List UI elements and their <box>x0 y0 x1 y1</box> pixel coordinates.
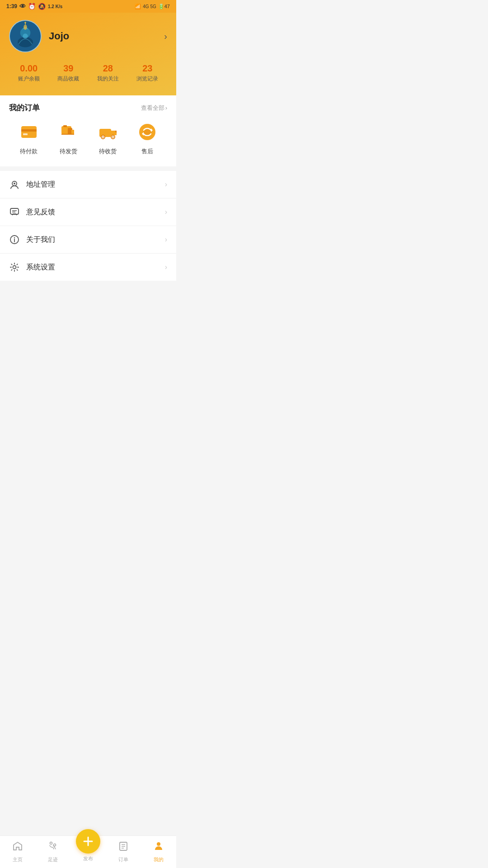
username: Jojo <box>49 30 69 42</box>
svg-rect-8 <box>21 129 37 132</box>
pending-payment-icon <box>17 120 41 144</box>
address-icon <box>9 179 20 190</box>
about-label: 关于我们 <box>26 235 55 245</box>
orders-header: 我的订单 查看全部 › <box>9 103 167 113</box>
address-chevron-icon: › <box>165 180 167 189</box>
feedback-label: 意见反馈 <box>26 208 55 217</box>
order-pending-payment[interactable]: 待付款 <box>17 120 41 156</box>
view-all-orders[interactable]: 查看全部 › <box>141 104 167 112</box>
menu-item-address[interactable]: 地址管理 › <box>0 171 176 198</box>
pending-receive-icon <box>96 120 120 144</box>
menu-list: 地址管理 › 意见反馈 › <box>0 171 176 281</box>
stat-following[interactable]: 28 我的关注 <box>88 63 128 83</box>
menu-item-feedback[interactable]: 意见反馈 › <box>0 198 176 226</box>
profile-chevron-icon[interactable]: › <box>164 31 167 42</box>
menu-item-about[interactable]: 关于我们 › <box>0 226 176 254</box>
orders-title: 我的订单 <box>9 103 40 113</box>
feedback-chevron-icon: › <box>165 208 167 216</box>
about-chevron-icon: › <box>165 236 167 244</box>
about-icon <box>9 234 20 245</box>
after-sale-icon <box>136 120 159 144</box>
avatar[interactable] <box>9 20 42 52</box>
settings-chevron-icon: › <box>165 263 167 271</box>
status-time: 1:39 👁 ⏰ 🔕 1.2 K/s <box>6 3 62 10</box>
status-indicators: 📶 4G 5G 🔋47 <box>135 4 170 9</box>
stat-history[interactable]: 23 浏览记录 <box>128 63 168 83</box>
settings-label: 系统设置 <box>26 263 55 272</box>
profile-row: Jojo › <box>9 20 167 52</box>
profile-header: Jojo › 0.00 账户余额 39 商品收藏 28 我的关注 23 浏览记录 <box>0 13 176 95</box>
stats-row: 0.00 账户余额 39 商品收藏 28 我的关注 23 浏览记录 <box>9 63 167 83</box>
svg-point-3 <box>23 33 28 38</box>
settings-icon <box>9 262 20 273</box>
status-bar: 1:39 👁 ⏰ 🔕 1.2 K/s 📶 4G 5G 🔋47 <box>0 0 176 13</box>
svg-point-6 <box>24 22 26 24</box>
address-label: 地址管理 <box>26 180 55 189</box>
order-pending-ship[interactable]: 待发货 <box>56 120 80 156</box>
order-icons-row: 待付款 待发货 <box>9 120 167 159</box>
svg-rect-11 <box>63 125 67 127</box>
svg-point-24 <box>14 183 15 184</box>
menu-item-settings[interactable]: 系统设置 › <box>0 254 176 281</box>
feedback-icon <box>9 207 20 217</box>
svg-point-18 <box>102 137 103 138</box>
svg-point-4 <box>23 25 27 30</box>
pending-ship-icon <box>56 120 80 144</box>
svg-rect-13 <box>71 130 74 134</box>
orders-section: 我的订单 查看全部 › 待付款 <box>0 95 176 166</box>
order-pending-receive[interactable]: 待收货 <box>96 120 120 156</box>
order-after-sale[interactable]: 售后 <box>136 120 159 156</box>
svg-point-31 <box>13 266 16 269</box>
stat-favorites[interactable]: 39 商品收藏 <box>49 63 89 83</box>
svg-rect-9 <box>23 133 28 135</box>
svg-point-19 <box>112 137 113 138</box>
svg-rect-25 <box>10 208 19 214</box>
profile-info[interactable]: Jojo <box>9 20 69 52</box>
stat-balance[interactable]: 0.00 账户余额 <box>9 63 49 83</box>
svg-point-29 <box>14 237 15 238</box>
svg-rect-7 <box>21 126 37 138</box>
